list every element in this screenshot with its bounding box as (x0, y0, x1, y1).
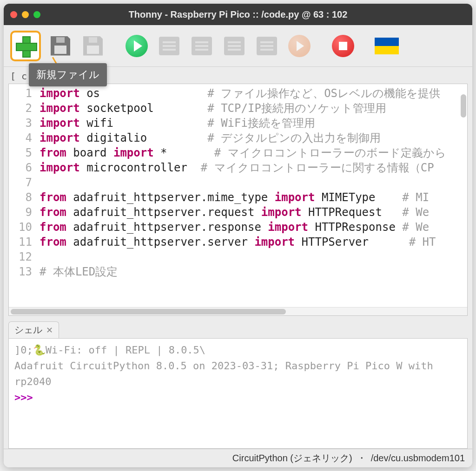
window-title: Thonny - Raspberry Pi Pico :: /code.py @… (4, 9, 472, 20)
zoom-window-button[interactable] (33, 11, 40, 18)
editor-body[interactable]: 12345678910111213 import os # ファイル操作など、O… (9, 84, 467, 307)
port-label[interactable]: /dev/cu.usbmodem101 (371, 453, 465, 464)
step-into-button[interactable] (221, 33, 247, 59)
resume-icon (288, 35, 311, 57)
new-file-tooltip: 新規ファイル (29, 63, 107, 86)
status-sep: ・ (357, 452, 366, 464)
step-out-button[interactable] (254, 33, 280, 59)
shell-tab-label: シェル (14, 324, 42, 336)
run-button[interactable] (124, 33, 150, 59)
backend-label[interactable]: CircuitPython (ジェネリック) (232, 452, 352, 464)
close-icon[interactable]: ✕ (46, 325, 53, 335)
step-over-button[interactable] (189, 33, 215, 59)
toolbar: 新規ファイル (4, 25, 472, 67)
minimize-window-button[interactable] (22, 11, 29, 18)
horizontal-scrollbar-thumb[interactable] (11, 309, 286, 314)
shell-body[interactable]: ]0;🐍Wi-Fi: off | REPL | 8.0.5\ Adafruit … (8, 338, 468, 449)
save-file-button[interactable] (80, 33, 106, 59)
shell-prompt: >>> (14, 392, 33, 403)
step-over-icon (192, 37, 212, 55)
new-file-button[interactable] (10, 31, 41, 61)
code-area[interactable]: import os # ファイル操作など、OSレベルの機能を提供import s… (37, 84, 467, 307)
statusbar: CircuitPython (ジェネリック) ・ /dev/cu.usbmode… (4, 449, 472, 467)
shell-line: Adafruit CircuitPython 8.0.5 on 2023-03-… (14, 358, 462, 390)
app-window: Thonny - Raspberry Pi Pico :: /code.py @… (4, 4, 472, 467)
close-window-button[interactable] (10, 11, 17, 18)
save-icon (83, 36, 103, 56)
titlebar: Thonny - Raspberry Pi Pico :: /code.py @… (4, 4, 472, 25)
line-number-gutter: 12345678910111213 (9, 84, 37, 307)
plus-icon (16, 36, 35, 56)
editor-container: 12345678910111213 import os # ファイル操作など、O… (8, 84, 468, 316)
shell-tabbar: シェル ✕ (8, 321, 468, 338)
support-ukraine-button[interactable] (374, 33, 400, 59)
debug-icon (159, 37, 179, 55)
play-icon (126, 35, 148, 57)
ukraine-flag-icon (375, 38, 399, 54)
stop-button[interactable] (330, 33, 356, 59)
open-icon (51, 36, 70, 56)
open-file-button[interactable] (47, 33, 73, 59)
editor-tab[interactable]: [ c (8, 69, 29, 84)
shell-tab[interactable]: シェル ✕ (8, 321, 59, 338)
vertical-scrollbar[interactable] (461, 94, 466, 118)
traffic-lights (10, 11, 40, 18)
step-out-icon (257, 37, 277, 55)
debug-button[interactable] (156, 33, 182, 59)
shell-line: ]0;🐍Wi-Fi: off | REPL | 8.0.5\ (14, 342, 462, 358)
step-into-icon (224, 37, 245, 55)
horizontal-scrollbar[interactable] (9, 307, 467, 315)
shell-panel: シェル ✕ ]0;🐍Wi-Fi: off | REPL | 8.0.5\ Ada… (8, 321, 468, 449)
resume-button[interactable] (286, 33, 312, 59)
stop-icon (332, 35, 354, 57)
